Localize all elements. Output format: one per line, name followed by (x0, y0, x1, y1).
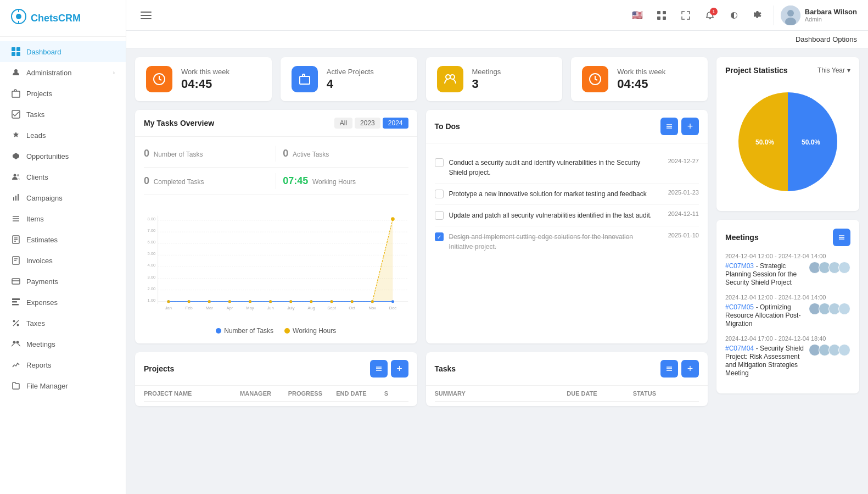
sidebar-item-reports[interactable]: Reports (0, 354, 126, 375)
estimates-icon (11, 235, 21, 245)
language-selector[interactable]: 🇺🇸 (629, 7, 646, 24)
sidebar-item-label-items: Items (26, 215, 44, 223)
svg-rect-4 (12, 47, 15, 51)
projects-action-buttons: + (370, 360, 408, 378)
filter-btn-2023[interactable]: 2023 (355, 118, 380, 129)
col-header-end-date: End Date (336, 390, 384, 397)
work-week-2-icon (582, 66, 608, 92)
col-header-summary: Summary (435, 390, 567, 397)
svg-text:Jun: Jun (267, 306, 274, 310)
legend-dot-hours (284, 328, 290, 334)
filter-btn-2024[interactable]: 2024 (383, 118, 408, 129)
todo-checkbox-3[interactable] (435, 211, 444, 220)
svg-text:50.0%: 50.0% (755, 138, 774, 146)
header-actions: 🇺🇸 1 (629, 5, 857, 25)
sidebar-item-label-tasks: Tasks (26, 110, 44, 119)
sidebar-item-tasks[interactable]: Tasks (0, 104, 126, 125)
apps-grid-button[interactable] (653, 7, 670, 24)
svg-point-96 (289, 300, 292, 303)
todo-checkbox-4[interactable]: ✓ (435, 232, 444, 241)
todo-item-4: ✓ Design and implement cutting-edge solu… (435, 226, 699, 257)
svg-rect-45 (300, 76, 310, 84)
tasks-add-button[interactable]: + (681, 360, 699, 378)
meeting-link-3[interactable]: #C07M04 (725, 345, 754, 352)
svg-point-1 (16, 14, 21, 19)
todo-date-3: 2024-12-11 (668, 210, 699, 217)
meeting-avatars-1 (809, 262, 850, 274)
sidebar-item-label-opportunities: Opportunities (26, 152, 69, 160)
meetings-list-button[interactable] (833, 229, 850, 246)
svg-text:Dec: Dec (389, 306, 397, 310)
col-header-manager: Manager (240, 390, 288, 397)
sidebar-item-campaigns[interactable]: Campaigns (0, 187, 126, 208)
svg-point-92 (208, 300, 211, 303)
todo-text-4: Design and implement cutting-edge soluti… (449, 232, 658, 252)
sidebar-item-payments[interactable]: Payments (0, 271, 126, 292)
meeting-avatars-2 (809, 303, 850, 315)
sidebar-item-meetings[interactable]: Meetings (0, 334, 126, 354)
todo-checkbox-2[interactable] (435, 190, 444, 198)
user-profile-section[interactable]: Barbara Wilson Admin (774, 5, 857, 25)
sidebar-item-taxes[interactable]: Taxes (0, 313, 126, 334)
sidebar-item-invoices[interactable]: Invoices (0, 250, 126, 271)
payments-icon (11, 276, 21, 286)
sidebar-item-expenses[interactable]: Expenses (0, 292, 126, 313)
sidebar-logo[interactable]: ChetsCRM (0, 0, 126, 37)
stat-info-work-week-1: Work this week 04:45 (181, 68, 229, 91)
reports-icon (11, 360, 21, 370)
sidebar-item-dashboard[interactable]: Dashboard (0, 41, 126, 62)
stats-row: Work this week 04:45 Active Projects 4 (135, 57, 708, 101)
tasks-icon (11, 109, 21, 119)
sidebar-item-label-expenses: Expenses (26, 298, 58, 307)
notifications-button[interactable]: 1 (701, 7, 719, 24)
sidebar-item-leads[interactable]: Leads (0, 125, 126, 146)
sidebar-item-opportunities[interactable]: Opportunities (0, 146, 126, 166)
todos-add-button[interactable]: + (681, 118, 699, 135)
todos-title: To Dos (435, 122, 460, 131)
todos-header: To Dos + (426, 110, 708, 143)
projects-add-button[interactable]: + (391, 360, 408, 378)
sidebar-item-administration[interactable]: Administration › (0, 62, 126, 83)
stat-label-meetings: Meetings (472, 68, 501, 76)
settings-button[interactable] (749, 7, 767, 24)
sidebar-item-estimates[interactable]: Estimates (0, 229, 126, 250)
sidebar-item-file-manager[interactable]: File Manager (0, 375, 126, 396)
leads-icon (11, 130, 21, 140)
svg-rect-6 (12, 52, 15, 56)
sidebar-item-clients[interactable]: Clients (0, 166, 126, 187)
svg-text:Sept: Sept (327, 306, 336, 310)
filter-btn-all[interactable]: All (334, 118, 352, 129)
middle-panels-row: My Tasks Overview All 2023 2024 0 (135, 110, 708, 352)
sidebar-item-projects[interactable]: Projects (0, 83, 126, 104)
svg-rect-5 (16, 47, 20, 51)
dashboard-options-button[interactable]: Dashboard Options (796, 35, 857, 43)
svg-text:Apr: Apr (226, 306, 233, 310)
tasks-chart: 8.00 7.00 6.00 5.00 4.00 3.00 2.00 1.00 (142, 202, 411, 323)
projects-list-button[interactable] (370, 360, 388, 378)
svg-text:2.00: 2.00 (148, 286, 156, 291)
meeting-link-2[interactable]: #C07M05 (725, 303, 754, 311)
meeting-date-2: 2024-12-04 12:00 - 2024-12-04 14:00 (725, 294, 850, 301)
sidebar-item-items[interactable]: Items (0, 208, 126, 229)
col-header-project-name: Project Name (144, 390, 240, 397)
tasks-overview-title: My Tasks Overview (144, 119, 214, 127)
administration-arrow-icon: › (113, 70, 115, 76)
year-selector[interactable]: This Year ▾ (817, 66, 850, 74)
menu-toggle-button[interactable] (137, 7, 155, 24)
todos-list-button[interactable] (660, 118, 678, 135)
svg-rect-9 (12, 91, 20, 97)
meeting-text-3: #C07M04 - Security Shield Project: Risk … (725, 344, 804, 377)
theme-toggle-button[interactable] (725, 7, 743, 24)
meeting-item-2: 2024-12-04 12:00 - 2024-12-04 14:00 #C07… (725, 294, 850, 328)
projects-panel-title: Projects (144, 364, 174, 373)
svg-point-91 (188, 300, 191, 303)
tasks-list-button[interactable] (660, 360, 678, 378)
col-header-status: S (384, 390, 408, 397)
fullscreen-button[interactable] (677, 7, 695, 24)
todo-checkbox-1[interactable] (435, 158, 444, 167)
svg-text:5.00: 5.00 (148, 251, 156, 256)
todos-body: Conduct a security audit and identify vu… (426, 143, 708, 266)
meetings-right-panel: Meetings 2024-12-04 12:00 - 2024-12-04 1… (716, 220, 859, 393)
meeting-link-1[interactable]: #C07M03 (725, 262, 754, 270)
svg-point-90 (167, 300, 170, 303)
